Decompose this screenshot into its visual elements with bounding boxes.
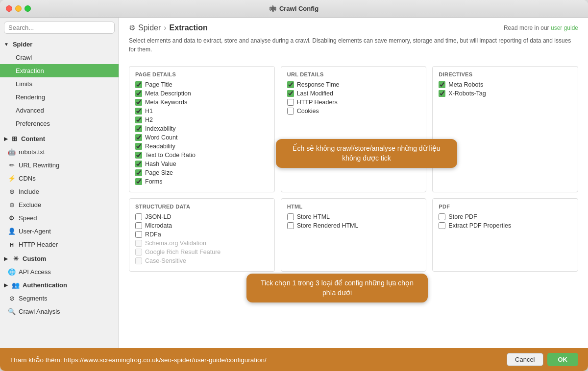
section-title-directives: Directives	[439, 71, 572, 77]
checkbox-cookies-input[interactable]	[287, 108, 294, 115]
sidebar-item-authentication[interactable]: ▶ 👥 Authentication	[0, 278, 119, 292]
checkbox-word-count-input[interactable]	[135, 134, 142, 141]
checkbox-word-count: Word Count	[135, 134, 269, 141]
checkbox-meta-robots: Meta Robots	[439, 81, 572, 88]
checkbox-readability-input[interactable]	[135, 143, 142, 150]
checkbox-response-time-input[interactable]	[287, 81, 294, 88]
sidebar-item-custom[interactable]: ▶ ✳ Custom	[0, 252, 119, 265]
cdns-icon: ⚡	[8, 175, 16, 182]
sidebar-item-http-header[interactable]: H HTTP Header	[0, 238, 119, 251]
checkbox-h2-input[interactable]	[135, 116, 142, 123]
sidebar-item-label: Rendering	[16, 93, 45, 101]
sidebar-item-speed[interactable]: ⚙ Speed	[0, 211, 119, 225]
checkbox-hash-value-input[interactable]	[135, 161, 142, 167]
checkbox-store-rendered-html-input[interactable]	[287, 222, 294, 229]
maximize-button[interactable]	[24, 5, 31, 12]
custom-icon: ✳	[12, 255, 20, 262]
checkbox-meta-keywords-input[interactable]	[135, 99, 142, 106]
sidebar-item-include[interactable]: ⊕ Include	[0, 185, 119, 198]
sidebar-item-label: Authentication	[23, 281, 67, 289]
checkbox-store-pdf: Store PDF	[439, 213, 572, 220]
checkbox-http-headers-input[interactable]	[287, 99, 294, 106]
sidebar-item-label: URL Rewriting	[19, 162, 59, 169]
close-button[interactable]	[6, 5, 12, 12]
checkbox-h2: H2	[135, 116, 269, 123]
sidebar-item-limits[interactable]: Limits	[0, 77, 119, 91]
checkbox-indexability: Indexability	[135, 125, 269, 132]
checkbox-meta-description-input[interactable]	[135, 90, 142, 97]
checkbox-forms-input[interactable]	[135, 178, 142, 185]
sidebar-item-label: User-Agent	[19, 228, 51, 235]
section-title-url-details: URL Details	[287, 71, 420, 77]
sidebar-item-rendering[interactable]: Rendering	[0, 91, 119, 104]
sidebar-item-label: Preferences	[16, 120, 50, 127]
checkbox-page-size-input[interactable]	[135, 169, 142, 176]
checkbox-store-pdf-input[interactable]	[439, 213, 445, 220]
checkbox-extract-pdf-properties: Extract PDF Properties	[439, 222, 572, 229]
checkbox-page-size: Page Size	[135, 169, 269, 176]
section-title-html: HTML	[287, 204, 420, 209]
sidebar-item-exclude[interactable]: ⊖ Exclude	[0, 198, 119, 211]
sidebar-item-label: Speed	[19, 214, 37, 222]
checkbox-rdfa-input[interactable]	[135, 231, 142, 238]
checkbox-schema-validation: Schema.org Validation	[135, 240, 269, 247]
panel-description: Select elements and data to extract, sto…	[129, 36, 578, 54]
checkbox-x-robots-tag-input[interactable]	[439, 90, 445, 97]
section-page-details: Page Details Page Title Meta Description…	[129, 66, 275, 192]
sidebar-item-api-access[interactable]: 🌐 API Access	[0, 265, 119, 278]
checkbox-indexability-input[interactable]	[135, 125, 142, 132]
bottom-bar: Tham khảo thêm: https://www.screamingfro…	[0, 348, 588, 371]
checkbox-microdata-input[interactable]	[135, 222, 142, 229]
checkbox-last-modified-input[interactable]	[287, 90, 294, 97]
breadcrumb-parent: Spider	[138, 23, 161, 32]
section-pdf: PDF Store PDF Extract PDF Properties	[432, 198, 578, 272]
checkbox-case-sensitive: Case-Sensitive	[135, 257, 269, 264]
search-input[interactable]	[4, 22, 115, 34]
sections-bottom-grid: Structured Data JSON-LD Microdata RDFa	[129, 198, 578, 272]
sections-top-grid: Page Details Page Title Meta Description…	[129, 66, 578, 192]
sidebar-item-label: Crawl Analysis	[19, 308, 60, 315]
sidebar-item-robots[interactable]: 🤖 robots.txt	[0, 145, 119, 159]
checkbox-meta-robots-input[interactable]	[439, 81, 445, 88]
sidebar-item-user-agent[interactable]: 👤 User-Agent	[0, 225, 119, 238]
sidebar-item-cdns[interactable]: ⚡ CDNs	[0, 172, 119, 185]
help-text: Read more in our	[504, 24, 549, 31]
sidebar-item-spider[interactable]: ▼ Spider	[0, 38, 119, 51]
section-url-details: URL Details Response Time Last Modified …	[281, 66, 427, 192]
checkbox-text-to-code-input[interactable]	[135, 152, 142, 159]
help-link[interactable]: user guide	[551, 24, 578, 31]
sidebar-item-label: Spider	[13, 41, 32, 48]
sidebar-item-label: Include	[19, 188, 39, 195]
checkbox-http-headers: HTTP Headers	[287, 99, 420, 106]
sidebar-item-extraction[interactable]: Extraction	[0, 64, 119, 77]
checkbox-meta-description: Meta Description	[135, 90, 269, 97]
sidebar-item-segments[interactable]: ⊘ Segments	[0, 292, 119, 305]
checkbox-h1-input[interactable]	[135, 108, 142, 115]
sidebar-item-label: HTTP Header	[19, 241, 58, 248]
sidebar-item-crawl[interactable]: Crawl	[0, 51, 119, 64]
sidebar-item-crawl-analysis[interactable]: 🔍 Crawl Analysis	[0, 305, 119, 318]
auth-arrow: ▶	[4, 282, 8, 288]
speed-icon: ⚙	[8, 214, 16, 222]
checkbox-store-html-input[interactable]	[287, 213, 294, 220]
sidebar-item-preferences[interactable]: Preferences	[0, 117, 119, 130]
checkbox-json-ld-input[interactable]	[135, 213, 142, 220]
minimize-button[interactable]	[15, 5, 22, 12]
ok-button[interactable]: OK	[547, 353, 579, 366]
sidebar-item-label: robots.txt	[19, 148, 45, 156]
sidebar-item-label: Advanced	[16, 107, 44, 114]
sidebar-item-advanced[interactable]: Advanced	[0, 104, 119, 117]
checkbox-rdfa: RDFa	[135, 231, 269, 238]
bottom-bar-text: Tham khảo thêm: https://www.screamingfro…	[10, 356, 267, 364]
sidebar-item-url-rewriting[interactable]: ✏ URL Rewriting	[0, 159, 119, 172]
sidebar-item-content[interactable]: ▶ ⊞ Content	[0, 132, 119, 145]
panel-header: ⚙ Spider › Extraction Read more in our u…	[119, 18, 588, 58]
section-html: HTML Store HTML Store Rendered HTML	[281, 198, 427, 272]
checkbox-x-robots-tag: X-Robots-Tag	[439, 90, 572, 97]
segments-icon: ⊘	[8, 295, 16, 302]
checkbox-forms: Forms	[135, 178, 269, 185]
checkbox-page-title-input[interactable]	[135, 81, 142, 88]
checkbox-extract-pdf-properties-input[interactable]	[439, 222, 445, 229]
cancel-button[interactable]: Cancel	[507, 353, 543, 366]
breadcrumb-left: ⚙ Spider › Extraction	[129, 23, 208, 32]
